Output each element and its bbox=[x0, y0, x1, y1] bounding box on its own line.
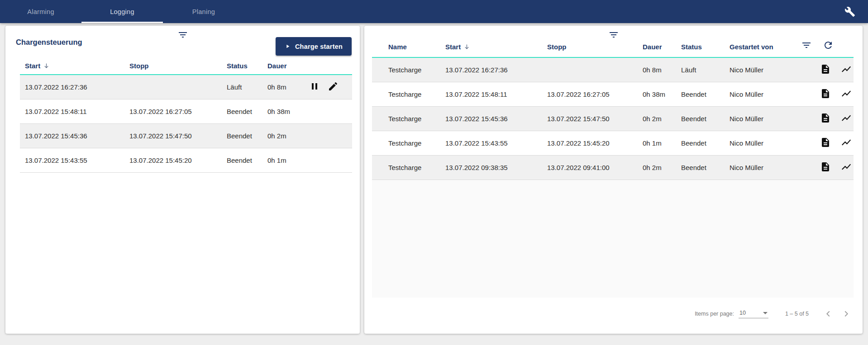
column-header-name[interactable]: Name bbox=[372, 26, 434, 57]
column-header-status[interactable]: Status bbox=[670, 26, 719, 57]
items-per-page-value: 10 bbox=[739, 310, 746, 316]
wrench-icon[interactable] bbox=[844, 6, 855, 17]
left-table-body: 13.07.2022 16:27:36Läuft0h 8m13.07.2022 … bbox=[20, 75, 352, 172]
table-row[interactable]: Testcharge13.07.2022 15:43:5513.07.2022 … bbox=[372, 131, 854, 155]
document-icon[interactable] bbox=[820, 64, 831, 75]
chart-icon[interactable] bbox=[841, 88, 852, 99]
refresh-icon[interactable] bbox=[823, 40, 834, 51]
column-header-dauer[interactable]: Dauer bbox=[262, 57, 303, 75]
start-cell: 13.07.2022 15:48:11 bbox=[20, 99, 124, 123]
status-cell: Beendet bbox=[222, 123, 262, 148]
tab-alarming[interactable]: Alarming bbox=[0, 0, 81, 23]
dauer-cell: 0h 2m bbox=[632, 155, 670, 180]
dauer-cell: 0h 1m bbox=[262, 148, 303, 172]
document-icon[interactable] bbox=[820, 88, 831, 99]
name-cell: Testcharge bbox=[372, 155, 434, 180]
charge-start-label: Charge starten bbox=[295, 43, 343, 50]
row-actions bbox=[800, 106, 854, 131]
charge-control-panel: Chargensteuerung Charge starten Start St… bbox=[5, 26, 360, 334]
name-cell: Testcharge bbox=[372, 131, 434, 155]
document-icon[interactable] bbox=[820, 161, 831, 172]
table-row[interactable]: Testcharge13.07.2022 16:27:360h 8mLäuftN… bbox=[372, 57, 854, 82]
chart-icon[interactable] bbox=[841, 113, 852, 123]
dauer-cell: 0h 1m bbox=[632, 131, 670, 155]
filter-icon[interactable] bbox=[801, 40, 812, 51]
stopp-cell: 13.07.2022 16:27:05 bbox=[536, 82, 632, 106]
column-header-status[interactable]: Status bbox=[222, 57, 262, 75]
dauer-cell: 0h 2m bbox=[262, 123, 303, 148]
left-table-container: Start Stopp Status Dauer 13.07.2022 16:2… bbox=[20, 57, 352, 173]
row-actions bbox=[303, 148, 352, 172]
arrow-down-icon bbox=[463, 43, 470, 50]
right-table-body: Testcharge13.07.2022 16:27:360h 8mLäuftN… bbox=[372, 57, 854, 180]
paginator-range-label: 1 – 5 of 5 bbox=[781, 311, 813, 317]
column-header-start[interactable]: Start bbox=[20, 57, 124, 75]
document-icon[interactable] bbox=[820, 113, 831, 123]
chevron-right-icon bbox=[841, 309, 851, 319]
row-actions bbox=[303, 75, 352, 99]
name-cell: Testcharge bbox=[372, 82, 434, 106]
status-cell: Läuft bbox=[670, 57, 719, 82]
chart-icon[interactable] bbox=[841, 161, 852, 172]
stopp-cell: 13.07.2022 16:27:05 bbox=[124, 99, 222, 123]
row-actions bbox=[800, 155, 854, 180]
pagination-previous-button[interactable] bbox=[819, 305, 837, 323]
chart-icon[interactable] bbox=[841, 137, 852, 148]
column-header-label: Start bbox=[25, 62, 40, 70]
column-header-actions bbox=[303, 57, 352, 75]
row-actions bbox=[303, 123, 352, 148]
table-row[interactable]: Testcharge13.07.2022 09:38:3513.07.2022 … bbox=[372, 155, 854, 180]
status-cell: Beendet bbox=[670, 131, 719, 155]
start-cell: 13.07.2022 15:48:11 bbox=[434, 82, 536, 106]
stopp-cell bbox=[124, 75, 222, 99]
gestartet-von-cell: Nico Müller bbox=[719, 106, 800, 131]
column-header-gestartet-von[interactable]: Gestartet von bbox=[719, 26, 800, 57]
dauer-cell: 0h 2m bbox=[632, 106, 670, 131]
status-cell: Beendet bbox=[222, 148, 262, 172]
paginator: Items per page: 10 1 – 5 of 5 bbox=[364, 301, 863, 326]
document-icon[interactable] bbox=[820, 137, 831, 148]
filter-icon[interactable] bbox=[177, 29, 188, 40]
header-actions-cell bbox=[800, 26, 854, 57]
name-cell: Testcharge bbox=[372, 106, 434, 131]
charge-log-table: Name Start Stopp Dauer Status Gestartet … bbox=[372, 26, 854, 180]
dauer-cell: 0h 8m bbox=[632, 57, 670, 82]
pagination-next-button[interactable] bbox=[837, 305, 855, 323]
name-cell: Testcharge bbox=[372, 57, 434, 82]
filter-icon[interactable] bbox=[608, 29, 619, 40]
dropdown-arrow-icon bbox=[763, 312, 768, 314]
content-area: Chargensteuerung Charge starten Start St… bbox=[0, 23, 868, 334]
table-row[interactable]: 13.07.2022 16:27:36Läuft0h 8m bbox=[20, 75, 352, 99]
status-cell: Beendet bbox=[670, 155, 719, 180]
items-per-page-label: Items per page: bbox=[695, 311, 734, 317]
chart-icon[interactable] bbox=[841, 64, 852, 75]
edit-icon[interactable] bbox=[328, 81, 339, 92]
panel-title: Chargensteuerung bbox=[16, 38, 82, 47]
left-table-header-row: Start Stopp Status Dauer bbox=[20, 57, 352, 75]
charge-start-button[interactable]: Charge starten bbox=[276, 37, 352, 56]
row-actions bbox=[303, 99, 352, 123]
table-row[interactable]: 13.07.2022 15:45:3613.07.2022 15:47:50Be… bbox=[20, 123, 352, 148]
start-cell: 13.07.2022 15:43:55 bbox=[20, 148, 124, 172]
column-header-dauer[interactable]: Dauer bbox=[632, 26, 670, 57]
charge-log-panel: Name Start Stopp Dauer Status Gestartet … bbox=[364, 26, 863, 334]
tab-logging[interactable]: Logging bbox=[81, 0, 163, 23]
start-cell: 13.07.2022 15:43:55 bbox=[434, 131, 536, 155]
tab-planing[interactable]: Planing bbox=[163, 0, 244, 23]
table-row[interactable]: Testcharge13.07.2022 15:45:3613.07.2022 … bbox=[372, 106, 854, 131]
column-header-stopp[interactable]: Stopp bbox=[124, 57, 222, 75]
right-table-container: Name Start Stopp Dauer Status Gestartet … bbox=[372, 26, 854, 298]
table-empty-area bbox=[372, 180, 854, 298]
items-per-page-select[interactable]: 10 bbox=[739, 309, 768, 318]
table-row[interactable]: 13.07.2022 15:43:5513.07.2022 15:45:20Be… bbox=[20, 148, 352, 172]
stopp-cell: 13.07.2022 09:41:00 bbox=[536, 155, 632, 180]
gestartet-von-cell: Nico Müller bbox=[719, 155, 800, 180]
table-row[interactable]: Testcharge13.07.2022 15:48:1113.07.2022 … bbox=[372, 82, 854, 106]
row-actions bbox=[800, 131, 854, 155]
status-cell: Beendet bbox=[222, 99, 262, 123]
stopp-cell: 13.07.2022 15:47:50 bbox=[536, 106, 632, 131]
column-header-start[interactable]: Start bbox=[434, 26, 536, 57]
charge-control-header: Chargensteuerung Charge starten bbox=[5, 26, 360, 57]
pause-icon[interactable] bbox=[309, 81, 320, 92]
table-row[interactable]: 13.07.2022 15:48:1113.07.2022 16:27:05Be… bbox=[20, 99, 352, 123]
